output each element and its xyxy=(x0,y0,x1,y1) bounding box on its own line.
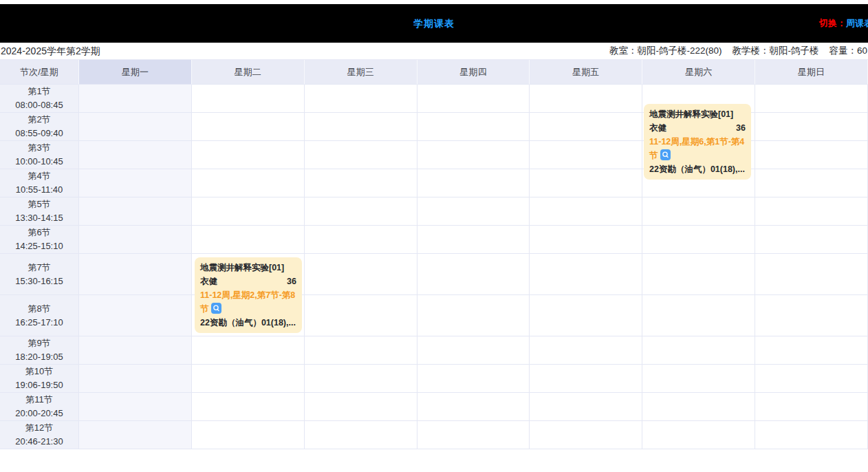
day-header-thursday: 星期四 xyxy=(417,60,530,85)
timetable-cell xyxy=(755,141,868,169)
timetable-cell xyxy=(642,393,755,421)
course-name: 地震测井解释实验[01] xyxy=(649,107,746,121)
timetable-cell xyxy=(79,226,192,254)
period-name: 第3节 xyxy=(28,141,50,155)
period-cell: 第1节08:00-08:45 xyxy=(0,85,79,113)
top-bar: 学期课表 切换：周课表 xyxy=(0,4,868,43)
switch-week-view-link[interactable]: 周课表 xyxy=(846,18,868,28)
timetable-cell xyxy=(79,421,192,449)
timetable-cell xyxy=(530,365,642,393)
timetable-cell xyxy=(192,85,305,113)
period-time: 18:20-19:05 xyxy=(15,350,63,364)
timetable-cell xyxy=(305,85,417,113)
timetable-cell xyxy=(530,141,642,169)
period-time: 08:55-09:40 xyxy=(15,127,63,140)
period-name: 第6节 xyxy=(28,226,50,239)
period-cell: 第6节14:25-15:10 xyxy=(0,226,79,254)
period-name: 第12节 xyxy=(25,421,53,435)
timetable-cell xyxy=(417,226,530,254)
day-header-friday: 星期五 xyxy=(530,60,642,85)
timetable-cell xyxy=(305,141,417,169)
timetable-cell xyxy=(755,393,868,421)
capacity-info: 容量：60 xyxy=(829,43,867,59)
timetable-cell xyxy=(642,421,755,449)
magnifier-icon[interactable] xyxy=(211,303,221,314)
period-cell: 第11节20:00-20:45 xyxy=(0,393,79,421)
timetable-cell xyxy=(755,113,868,141)
period-cell: 第9节18:20-19:05 xyxy=(0,336,79,365)
info-bar: 2024-2025学年第2学期 教室：朝阳-鸽子楼-222(80) 教学楼：朝阳… xyxy=(0,43,868,59)
period-cell: 第4节10:55-11:40 xyxy=(0,169,79,197)
timetable-cell xyxy=(192,226,305,254)
timetable-cell xyxy=(755,421,868,449)
day-header-sunday: 星期日 xyxy=(755,60,868,85)
period-time: 10:55-11:40 xyxy=(16,183,63,197)
course-card-tuesday[interactable]: 地震测井解释实验[01] 衣健 36 11-12周,星期2,第7节-第8节 22… xyxy=(195,257,302,333)
period-name: 第9节 xyxy=(28,336,50,350)
timetable-cell xyxy=(79,141,192,169)
day-header-saturday: 星期六 xyxy=(642,60,755,85)
corner-header: 节次/星期 xyxy=(0,60,79,85)
timetable-cell xyxy=(530,169,642,197)
period-cell: 第10节19:06-19:50 xyxy=(0,365,79,393)
course-teacher: 衣健 xyxy=(200,275,217,288)
timetable-cell xyxy=(642,336,755,365)
day-header-wednesday: 星期三 xyxy=(305,60,417,85)
period-time: 10:00-10:45 xyxy=(15,155,63,169)
timetable-cell xyxy=(305,113,417,141)
timetable-cell xyxy=(192,421,305,449)
room-info: 教室：朝阳-鸽子楼-222(80) 教学楼：朝阳-鸽子楼 容量：60 xyxy=(609,43,867,59)
course-name: 地震测井解释实验[01] xyxy=(200,261,296,275)
period-cell: 第2节08:55-09:40 xyxy=(0,113,79,141)
page-title: 学期课表 xyxy=(0,4,868,43)
timetable-cell xyxy=(755,197,868,226)
timetable-cell xyxy=(530,226,642,254)
timetable-cell xyxy=(642,254,755,295)
timetable-board: 节次/星期 星期一 星期二 星期三 星期四 星期五 星期六 星期日 第1节08:… xyxy=(0,59,868,449)
building-info: 教学楼：朝阳-鸽子楼 xyxy=(732,43,818,59)
building-label: 教学楼： xyxy=(732,45,769,56)
period-time: 19:06-19:50 xyxy=(15,378,63,392)
timetable-cell xyxy=(642,295,755,336)
timetable-cell xyxy=(192,169,305,197)
classroom-label: 教室： xyxy=(609,45,638,56)
magnifier-icon[interactable] xyxy=(660,149,671,160)
course-card-saturday[interactable]: 地震测井解释实验[01] 衣健 36 11-12周,星期6,第1节-第4节 22… xyxy=(644,104,751,180)
period-name: 第5节 xyxy=(28,197,50,211)
timetable-cell xyxy=(417,393,530,421)
timetable-cell xyxy=(79,85,192,113)
course-teacher: 衣健 xyxy=(649,121,666,135)
semester-text: 2024-2025学年第2学期 xyxy=(1,43,100,59)
timetable-cell xyxy=(192,141,305,169)
timetable-cell xyxy=(642,365,755,393)
timetable-cell xyxy=(530,295,642,336)
timetable-cell xyxy=(79,113,192,141)
timetable-cell xyxy=(530,113,642,141)
timetable-cell xyxy=(417,197,530,226)
period-time: 20:46-21:30 xyxy=(15,435,63,449)
switch-view-control[interactable]: 切换：周课表 xyxy=(819,4,868,43)
course-student-count: 36 xyxy=(287,275,296,288)
timetable-cell xyxy=(417,254,530,295)
period-cell: 第12节20:46-21:30 xyxy=(0,421,79,449)
timetable-cell xyxy=(192,197,305,226)
timetable-cell xyxy=(79,336,192,365)
timetable-cell xyxy=(305,169,417,197)
timetable-cell xyxy=(79,365,192,393)
timetable-cell xyxy=(417,85,530,113)
day-header-tuesday: 星期二 xyxy=(192,60,305,85)
capacity-label: 容量： xyxy=(829,45,857,56)
period-cell: 第8节16:25-17:10 xyxy=(0,295,79,336)
building-value: 朝阳-鸽子楼 xyxy=(769,45,818,56)
period-time: 14:25-15:10 xyxy=(15,239,63,253)
timetable-cell xyxy=(79,254,192,295)
timetable-cell xyxy=(417,336,530,365)
period-name: 第2节 xyxy=(28,113,50,127)
period-time: 15:30-16:15 xyxy=(15,275,63,288)
timetable-cell xyxy=(305,197,417,226)
period-time: 20:00-20:45 xyxy=(15,407,63,420)
period-cell: 第3节10:00-10:45 xyxy=(0,141,79,169)
period-name: 第1节 xyxy=(28,85,50,98)
period-time: 16:25-17:10 xyxy=(15,316,63,330)
timetable-cell xyxy=(755,295,868,336)
